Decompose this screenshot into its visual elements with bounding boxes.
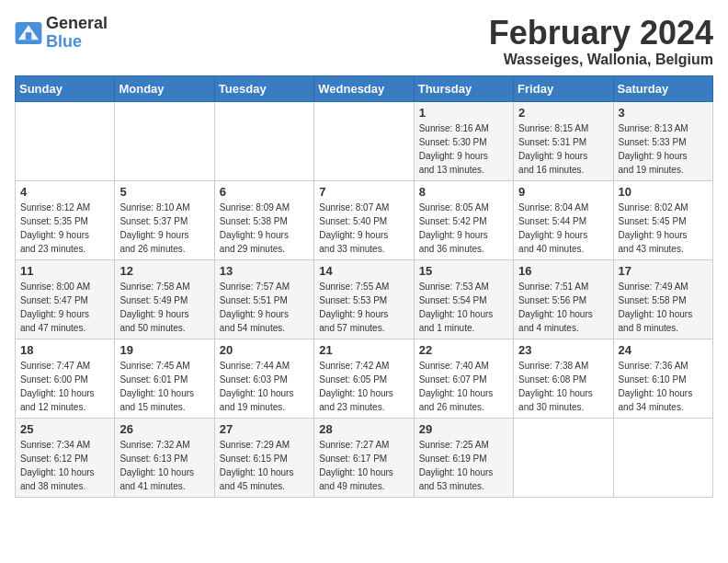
day-info: Sunrise: 8:07 AMSunset: 5:40 PMDaylight:… (319, 201, 408, 256)
day-info: Sunrise: 7:51 AMSunset: 5:56 PMDaylight:… (518, 280, 608, 335)
day-number: 24 (619, 343, 708, 357)
day-info: Sunrise: 7:49 AMSunset: 5:58 PMDaylight:… (619, 280, 708, 335)
calendar-cell: 12Sunrise: 7:58 AMSunset: 5:49 PMDayligh… (115, 259, 214, 339)
location-subtitle: Wasseiges, Wallonia, Belgium (489, 52, 713, 68)
calendar-cell: 1Sunrise: 8:16 AMSunset: 5:30 PMDaylight… (414, 101, 513, 180)
day-info: Sunrise: 8:10 AMSunset: 5:37 PMDaylight:… (119, 201, 209, 256)
day-info: Sunrise: 8:12 AMSunset: 5:35 PMDaylight:… (20, 201, 109, 256)
calendar-week-row: 18Sunrise: 7:47 AMSunset: 6:00 PMDayligh… (16, 339, 713, 418)
day-info: Sunrise: 7:42 AMSunset: 6:05 PMDaylight:… (319, 359, 408, 414)
title-area: February 2024 Wasseiges, Wallonia, Belgi… (489, 15, 713, 68)
day-info: Sunrise: 8:09 AMSunset: 5:38 PMDaylight:… (220, 201, 309, 256)
day-number: 7 (319, 185, 408, 199)
header-day-wednesday: Wednesday (314, 75, 414, 101)
day-number: 1 (419, 106, 508, 120)
calendar-cell: 9Sunrise: 8:04 AMSunset: 5:44 PMDaylight… (514, 180, 613, 259)
calendar-cell: 11Sunrise: 8:00 AMSunset: 5:47 PMDayligh… (16, 259, 115, 339)
day-info: Sunrise: 7:29 AMSunset: 6:15 PMDaylight:… (220, 438, 309, 493)
day-number: 16 (518, 264, 608, 278)
calendar-cell (115, 101, 214, 180)
calendar-cell: 16Sunrise: 7:51 AMSunset: 5:56 PMDayligh… (514, 259, 613, 339)
calendar-cell: 22Sunrise: 7:40 AMSunset: 6:07 PMDayligh… (414, 339, 513, 418)
day-number: 15 (419, 264, 508, 278)
day-info: Sunrise: 7:36 AMSunset: 6:10 PMDaylight:… (619, 359, 708, 414)
day-number: 10 (619, 185, 708, 199)
header-day-sunday: Sunday (16, 75, 115, 101)
day-info: Sunrise: 7:47 AMSunset: 6:00 PMDaylight:… (20, 359, 109, 414)
day-number: 6 (220, 185, 309, 199)
day-number: 4 (20, 185, 109, 199)
day-info: Sunrise: 7:45 AMSunset: 6:01 PMDaylight:… (119, 359, 209, 414)
calendar-cell: 20Sunrise: 7:44 AMSunset: 6:03 PMDayligh… (214, 339, 313, 418)
day-info: Sunrise: 8:16 AMSunset: 5:30 PMDaylight:… (419, 121, 508, 177)
logo-text-general: General (46, 15, 108, 33)
calendar-cell: 23Sunrise: 7:38 AMSunset: 6:08 PMDayligh… (514, 339, 613, 418)
calendar-cell (214, 101, 313, 180)
day-number: 9 (518, 185, 608, 199)
calendar-cell: 18Sunrise: 7:47 AMSunset: 6:00 PMDayligh… (16, 339, 115, 418)
calendar-cell (314, 101, 414, 180)
day-number: 26 (119, 422, 209, 436)
calendar-cell: 28Sunrise: 7:27 AMSunset: 6:17 PMDayligh… (314, 418, 414, 497)
calendar-cell (514, 418, 613, 497)
calendar-week-row: 11Sunrise: 8:00 AMSunset: 5:47 PMDayligh… (16, 259, 713, 339)
day-info: Sunrise: 7:53 AMSunset: 5:54 PMDaylight:… (419, 280, 508, 335)
day-info: Sunrise: 7:57 AMSunset: 5:51 PMDaylight:… (220, 280, 309, 335)
calendar-header-row: SundayMondayTuesdayWednesdayThursdayFrid… (16, 75, 713, 101)
calendar-cell: 21Sunrise: 7:42 AMSunset: 6:05 PMDayligh… (314, 339, 414, 418)
day-number: 11 (20, 264, 109, 278)
day-info: Sunrise: 7:55 AMSunset: 5:53 PMDaylight:… (319, 280, 408, 335)
calendar-cell: 26Sunrise: 7:32 AMSunset: 6:13 PMDayligh… (115, 418, 214, 497)
calendar-cell: 29Sunrise: 7:25 AMSunset: 6:19 PMDayligh… (414, 418, 513, 497)
calendar-cell: 4Sunrise: 8:12 AMSunset: 5:35 PMDaylight… (16, 180, 115, 259)
day-info: Sunrise: 7:32 AMSunset: 6:13 PMDaylight:… (119, 438, 209, 493)
day-number: 8 (419, 185, 508, 199)
header-day-friday: Friday (514, 75, 613, 101)
calendar-cell: 2Sunrise: 8:15 AMSunset: 5:31 PMDaylight… (514, 101, 613, 180)
month-year-title: February 2024 (489, 15, 713, 52)
calendar-week-row: 4Sunrise: 8:12 AMSunset: 5:35 PMDaylight… (16, 180, 713, 259)
day-info: Sunrise: 8:04 AMSunset: 5:44 PMDaylight:… (518, 201, 608, 256)
calendar-cell: 17Sunrise: 7:49 AMSunset: 5:58 PMDayligh… (613, 259, 712, 339)
calendar-cell (613, 418, 712, 497)
calendar-cell: 7Sunrise: 8:07 AMSunset: 5:40 PMDaylight… (314, 180, 414, 259)
logo-text-blue: Blue (46, 33, 108, 52)
calendar-cell (16, 101, 115, 180)
day-info: Sunrise: 8:15 AMSunset: 5:31 PMDaylight:… (518, 121, 608, 177)
day-number: 29 (419, 422, 508, 436)
logo-icon (15, 22, 42, 44)
day-info: Sunrise: 7:38 AMSunset: 6:08 PMDaylight:… (518, 359, 608, 414)
calendar-cell: 13Sunrise: 7:57 AMSunset: 5:51 PMDayligh… (214, 259, 313, 339)
calendar-cell: 25Sunrise: 7:34 AMSunset: 6:12 PMDayligh… (16, 418, 115, 497)
day-number: 5 (119, 185, 209, 199)
day-info: Sunrise: 8:13 AMSunset: 5:33 PMDaylight:… (619, 121, 708, 177)
day-number: 3 (619, 106, 708, 120)
day-info: Sunrise: 7:44 AMSunset: 6:03 PMDaylight:… (220, 359, 309, 414)
day-number: 19 (119, 343, 209, 357)
day-number: 23 (518, 343, 608, 357)
day-info: Sunrise: 7:40 AMSunset: 6:07 PMDaylight:… (419, 359, 508, 414)
calendar-table: SundayMondayTuesdayWednesdayThursdayFrid… (15, 75, 713, 498)
day-number: 27 (220, 422, 309, 436)
calendar-week-row: 1Sunrise: 8:16 AMSunset: 5:30 PMDaylight… (16, 101, 713, 180)
logo: General Blue (15, 15, 108, 52)
header-day-monday: Monday (115, 75, 214, 101)
svg-rect-2 (26, 32, 31, 40)
header-day-tuesday: Tuesday (214, 75, 313, 101)
calendar-cell: 10Sunrise: 8:02 AMSunset: 5:45 PMDayligh… (613, 180, 712, 259)
day-info: Sunrise: 8:02 AMSunset: 5:45 PMDaylight:… (619, 201, 708, 256)
day-number: 2 (518, 106, 608, 120)
calendar-week-row: 25Sunrise: 7:34 AMSunset: 6:12 PMDayligh… (16, 418, 713, 497)
day-info: Sunrise: 8:05 AMSunset: 5:42 PMDaylight:… (419, 201, 508, 256)
day-number: 21 (319, 343, 408, 357)
day-number: 25 (20, 422, 109, 436)
calendar-cell: 8Sunrise: 8:05 AMSunset: 5:42 PMDaylight… (414, 180, 513, 259)
calendar-cell: 3Sunrise: 8:13 AMSunset: 5:33 PMDaylight… (613, 101, 712, 180)
day-number: 18 (20, 343, 109, 357)
day-info: Sunrise: 7:27 AMSunset: 6:17 PMDaylight:… (319, 438, 408, 493)
header-day-thursday: Thursday (414, 75, 513, 101)
calendar-cell: 5Sunrise: 8:10 AMSunset: 5:37 PMDaylight… (115, 180, 214, 259)
header: General Blue February 2024 Wasseiges, Wa… (15, 15, 713, 68)
calendar-cell: 27Sunrise: 7:29 AMSunset: 6:15 PMDayligh… (214, 418, 313, 497)
day-number: 22 (419, 343, 508, 357)
